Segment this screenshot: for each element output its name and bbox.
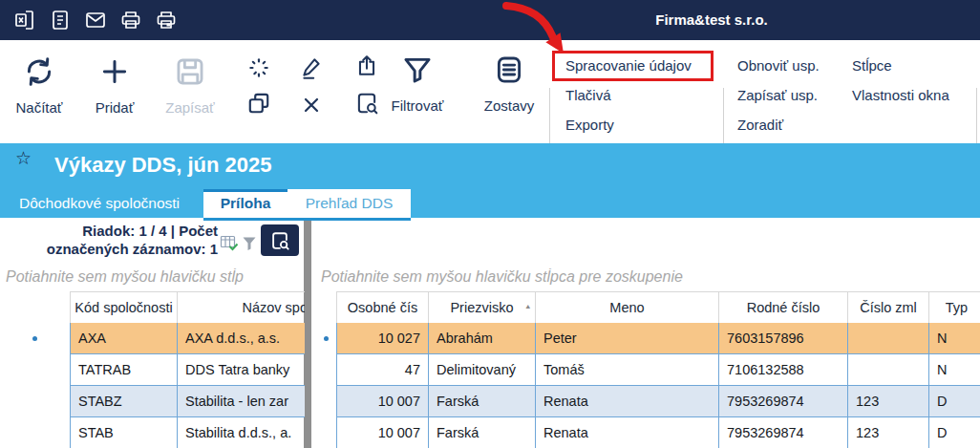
- row-marker-gutter: [0, 417, 70, 448]
- menu-item-obnovit-usp[interactable]: Obnoviť usp.: [737, 55, 820, 76]
- row-marker-gutter: [315, 417, 336, 448]
- column-header-meno[interactable]: Meno: [535, 291, 718, 323]
- cell: D: [928, 386, 980, 417]
- menu-column-2: Obnoviť usp. Zapísať usp. Zoradiť: [737, 55, 820, 144]
- busy-icon[interactable]: [246, 55, 271, 80]
- cell: 47: [336, 354, 428, 386]
- sort-icon: ▴: [525, 302, 530, 310]
- records-check-icon[interactable]: [220, 234, 239, 253]
- cell: STABZ: [70, 386, 177, 417]
- cell: [847, 354, 928, 386]
- delete-icon[interactable]: [299, 93, 324, 117]
- cell: AXA: [70, 323, 177, 354]
- table-row[interactable]: 10 007 Farská Renata 7953269874 123 D: [315, 417, 980, 448]
- active-tab-accent: [203, 189, 288, 192]
- excel-icon[interactable]: [13, 9, 36, 32]
- table-row[interactable]: AXA AXA d.d.s., a.s.: [0, 323, 305, 354]
- cell: N: [928, 354, 980, 386]
- filter-small-icon[interactable]: [241, 235, 258, 252]
- copy-icon[interactable]: [246, 91, 271, 116]
- cell: Farská: [428, 386, 535, 417]
- document-icon[interactable]: [49, 9, 72, 32]
- mail-icon[interactable]: [84, 9, 107, 32]
- save-icon: [174, 55, 206, 88]
- printer-settings-icon[interactable]: [155, 9, 178, 32]
- column-header-nazov-spolocnosti[interactable]: Názov spo: [177, 291, 305, 323]
- filter-button[interactable]: Filtrovať: [379, 53, 456, 114]
- column-header-kod-spolocnosti[interactable]: Kód spoločnosti: [70, 291, 177, 323]
- cell: 7106132588: [718, 354, 847, 386]
- reports-button-label: Zostavy: [471, 97, 547, 114]
- current-row-marker: [32, 336, 37, 341]
- companies-grid-header: Kód spoločnosti Názov spo: [0, 291, 305, 323]
- page-header: ☆ Výkazy DDS, jún 2025 Dôchodkové spoloč…: [0, 143, 980, 218]
- table-row[interactable]: STAB Stabilita d.d.s., a.: [0, 417, 305, 448]
- table-row[interactable]: 10 007 Farská Renata 7953269874 123 D: [315, 386, 980, 417]
- cell: 123: [847, 417, 928, 448]
- reports-icon: [493, 53, 525, 86]
- grid-splitter[interactable]: [304, 218, 311, 448]
- add-button-label: Pridať: [76, 99, 153, 116]
- table-row[interactable]: 47 Delimitovaný Tomáš 7106132588 N: [315, 354, 980, 386]
- tab-dochodkove-spolocnosti[interactable]: Dôchodkové spoločnosti: [19, 191, 180, 218]
- column-header-typ[interactable]: Typ: [928, 291, 980, 323]
- page-title: Výkazy DDS, jún 2025: [54, 153, 271, 178]
- column-header-cislo-zml[interactable]: Číslo zml: [847, 291, 928, 323]
- cell: Renata: [535, 417, 718, 448]
- menu-item-zoradit[interactable]: Zoradiť: [737, 115, 820, 136]
- cell: D: [928, 417, 980, 448]
- save-button[interactable]: Zapísať: [152, 55, 228, 116]
- tab-prehlad-dds[interactable]: Prehľad DDS: [288, 189, 411, 218]
- column-header-rodne-cislo[interactable]: Rodné číslo: [718, 291, 847, 323]
- cell: 123: [847, 386, 928, 417]
- row-marker-gutter: [0, 386, 70, 417]
- tab-strip: Príloha Prehľad DDS: [203, 189, 411, 218]
- filter-icon: [401, 53, 434, 86]
- cell: 7953269874: [718, 417, 847, 448]
- tab-priloha[interactable]: Príloha: [203, 189, 288, 218]
- menu-column-3: Stĺpce Vlastnosti okna: [852, 55, 949, 115]
- printer-icon[interactable]: [119, 9, 142, 32]
- menu-item-exporty[interactable]: Exporty: [565, 115, 692, 136]
- company-title: Firma&test s.r.o.: [568, 0, 855, 40]
- row-status: Riadok: 1 / 4 | Počet označených záznamo…: [0, 222, 218, 258]
- column-header-osobne-cislo[interactable]: Osobné čís: [336, 291, 428, 323]
- table-row[interactable]: 10 027 Abrahám Peter 7603157896 N: [315, 323, 980, 354]
- load-button[interactable]: Načítať: [1, 55, 77, 116]
- menu-item-zapisat-usp[interactable]: Zapísať usp.: [737, 85, 820, 106]
- menu-item-stlpce[interactable]: Stĺpce: [852, 55, 949, 76]
- add-button[interactable]: Pridať: [76, 55, 153, 116]
- tab-prehlad-dds-label: Prehľad DDS: [306, 195, 394, 211]
- persons-grid: Osobné čís Priezvisko ▴ Meno Rodné číslo…: [315, 291, 980, 448]
- highlight-box: [552, 51, 714, 81]
- menu-item-tlaciva[interactable]: Tlačivá: [565, 85, 692, 106]
- row-marker-gutter: [0, 323, 70, 354]
- cell: 10 027: [336, 323, 428, 354]
- cell: DDS Tatra banky: [177, 354, 305, 386]
- preview-doc-icon: [269, 230, 290, 251]
- cell: Farská: [428, 417, 535, 448]
- tab-strip-underline: [203, 218, 411, 221]
- star-icon[interactable]: ☆: [15, 147, 32, 169]
- share-icon[interactable]: [354, 53, 379, 78]
- reports-button[interactable]: Zostavy: [471, 53, 547, 114]
- group-hint-left: Potiahnite sem myšou hlavičku stĺp: [6, 268, 303, 286]
- cell: 7603157896: [718, 323, 847, 354]
- persons-grid-header: Osobné čís Priezvisko ▴ Meno Rodné číslo…: [315, 291, 980, 323]
- cell: Delimitovaný: [428, 354, 535, 386]
- group-hint-right: Potiahnite sem myšou hlavičku stĺpca pre…: [321, 268, 980, 286]
- menu-item-vlastnosti-okna[interactable]: Vlastnosti okna: [852, 85, 949, 106]
- cell: Tomáš: [535, 354, 718, 386]
- column-header-priezvisko[interactable]: Priezvisko ▴: [428, 291, 535, 323]
- table-row[interactable]: TATRAB DDS Tatra banky: [0, 354, 305, 386]
- preview-icon[interactable]: [354, 91, 379, 116]
- preview-document-button[interactable]: [261, 224, 299, 256]
- column-header-priezvisko-label: Priezvisko: [450, 300, 513, 315]
- cell: [847, 323, 928, 354]
- row-status-line1: Riadok: 1 / 4 | Počet: [0, 222, 218, 240]
- row-marker-gutter: [0, 354, 70, 386]
- refresh-icon: [23, 55, 55, 88]
- current-row-marker: [324, 336, 329, 341]
- table-row[interactable]: STABZ Stabilita - len zar: [0, 386, 305, 417]
- edit-icon[interactable]: [299, 55, 324, 80]
